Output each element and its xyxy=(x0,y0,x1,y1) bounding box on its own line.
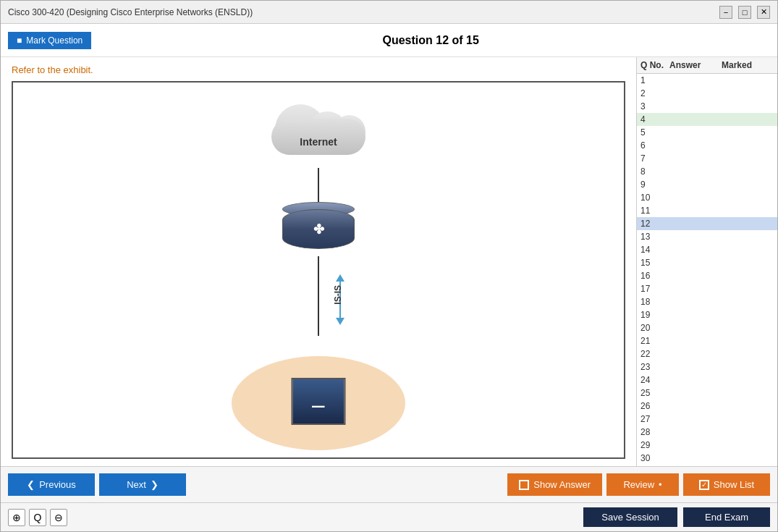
row-number: 23 xyxy=(640,362,669,372)
end-exam-label: End Exam xyxy=(705,512,748,523)
row-number: 18 xyxy=(640,297,669,307)
row-number: 25 xyxy=(640,388,669,398)
end-exam-button[interactable]: End Exam xyxy=(683,507,770,527)
row-answer xyxy=(669,453,722,463)
row-answer xyxy=(669,271,722,281)
row-number: 22 xyxy=(640,349,669,359)
row-marked xyxy=(722,440,774,450)
row-number: 28 xyxy=(640,427,669,437)
table-row[interactable]: 23 xyxy=(637,360,777,373)
table-row[interactable]: 5 xyxy=(637,126,777,139)
row-marked xyxy=(722,206,774,216)
table-row[interactable]: 20 xyxy=(637,321,777,334)
table-row[interactable]: 17 xyxy=(637,282,777,295)
refer-text: Refer to the exhibit. xyxy=(12,64,625,75)
title-bar: Cisco 300-420 (Designing Cisco Enterpris… xyxy=(1,1,777,24)
row-answer xyxy=(669,310,722,320)
row-answer xyxy=(669,88,722,98)
row-answer xyxy=(669,153,722,164)
table-row[interactable]: 27 xyxy=(637,413,777,426)
exhibit-container: Internet ✤ xyxy=(12,81,625,459)
table-row[interactable]: 13 xyxy=(637,230,777,243)
row-number: 9 xyxy=(640,180,669,190)
show-answer-label: Show Answer xyxy=(533,479,591,490)
table-row[interactable]: 9 xyxy=(637,178,777,191)
review-button[interactable]: Review • xyxy=(606,473,679,496)
row-marked xyxy=(722,232,774,242)
next-button[interactable]: Next ❯ xyxy=(99,473,186,496)
main-content: Refer to the exhibit. Internet xyxy=(1,57,777,466)
previous-label: Previous xyxy=(39,479,76,490)
table-row[interactable]: 16 xyxy=(637,269,777,282)
row-answer xyxy=(669,166,722,177)
previous-button[interactable]: ❮ Previous xyxy=(8,473,95,496)
row-number: 1 xyxy=(640,75,669,85)
table-row[interactable]: 2 xyxy=(637,87,777,100)
row-marked xyxy=(722,245,774,255)
table-row[interactable]: 3 xyxy=(637,100,777,113)
table-row[interactable]: 10 xyxy=(637,191,777,204)
next-label: Next xyxy=(127,479,146,490)
row-answer xyxy=(669,232,722,242)
row-answer xyxy=(669,414,722,424)
zoom-out-button[interactable]: ⊖ xyxy=(50,509,67,526)
row-marked xyxy=(722,271,774,281)
window-controls: − □ ✕ xyxy=(719,6,770,19)
table-row[interactable]: 12 xyxy=(637,217,777,230)
row-marked xyxy=(722,180,774,190)
maximize-button[interactable]: □ xyxy=(738,6,751,19)
row-marked xyxy=(722,336,774,346)
zoom-in-button[interactable]: ⊕ xyxy=(8,509,25,526)
table-row[interactable]: 6 xyxy=(637,139,777,152)
table-row[interactable]: 25 xyxy=(637,387,777,400)
table-row[interactable]: 11 xyxy=(637,204,777,217)
row-answer xyxy=(669,427,722,437)
row-marked xyxy=(722,375,774,385)
table-row[interactable]: 19 xyxy=(637,308,777,321)
zoom-controls: ⊕ Q ⊖ xyxy=(8,509,67,526)
table-row[interactable]: 15 xyxy=(637,256,777,269)
panel-scroll[interactable]: 1234567891011121314151617181920212223242… xyxy=(637,74,777,466)
table-row[interactable]: 4 xyxy=(637,113,777,126)
table-row[interactable]: 28 xyxy=(637,426,777,439)
table-row[interactable]: 7 xyxy=(637,152,777,165)
show-answer-button[interactable]: Show Answer xyxy=(507,473,602,496)
switch-device: ⚊ xyxy=(292,378,346,425)
row-answer xyxy=(669,349,722,359)
mark-question-button[interactable]: ■ Mark Question xyxy=(8,32,91,49)
table-row[interactable]: 24 xyxy=(637,373,777,387)
panel-header: Q No. Answer Marked xyxy=(637,57,777,74)
row-number: 5 xyxy=(640,127,669,138)
row-number: 3 xyxy=(640,101,669,111)
row-marked xyxy=(722,258,774,268)
table-row[interactable]: 26 xyxy=(637,400,777,413)
row-answer xyxy=(669,193,722,203)
table-row[interactable]: 1 xyxy=(637,74,777,87)
show-list-button[interactable]: ✓ Show List xyxy=(683,473,770,496)
row-answer xyxy=(669,284,722,294)
table-row[interactable]: 30 xyxy=(637,452,777,465)
row-answer xyxy=(669,206,722,216)
row-number: 13 xyxy=(640,232,669,242)
row-answer xyxy=(669,75,722,85)
window-title: Cisco 300-420 (Designing Cisco Enterpris… xyxy=(8,7,253,17)
mark-question-label: Mark Question xyxy=(26,35,83,46)
row-answer xyxy=(669,140,722,151)
save-session-button[interactable]: Save Session xyxy=(583,507,677,527)
table-row[interactable]: 14 xyxy=(637,243,777,256)
table-row[interactable]: 8 xyxy=(637,165,777,178)
row-answer xyxy=(669,336,722,346)
review-label: Review xyxy=(623,479,654,490)
table-row[interactable]: 29 xyxy=(637,439,777,452)
zoom-fit-button[interactable]: Q xyxy=(29,509,46,526)
minimize-button[interactable]: − xyxy=(719,6,732,19)
switch-icon: ⚊ xyxy=(310,392,326,412)
table-row[interactable]: 18 xyxy=(637,295,777,308)
bookmark-icon: ■ xyxy=(17,35,22,46)
row-number: 15 xyxy=(640,258,669,268)
table-row[interactable]: 22 xyxy=(637,347,777,360)
cloud-body: Internet xyxy=(261,97,376,155)
prev-chevron-icon: ❮ xyxy=(27,479,35,490)
close-button[interactable]: ✕ xyxy=(757,6,770,19)
table-row[interactable]: 21 xyxy=(637,334,777,347)
